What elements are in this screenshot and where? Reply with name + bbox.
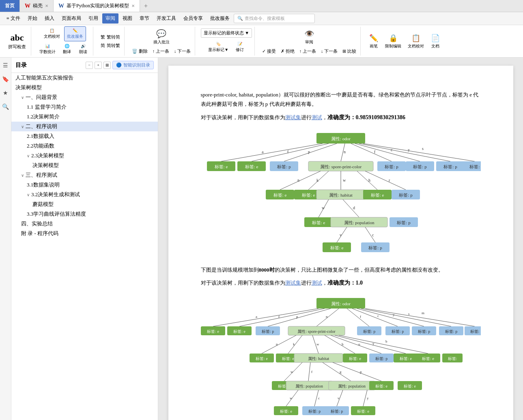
edge-label-n: n xyxy=(344,150,346,154)
ribbon: abc 拼写检查 📋 文档校对 ✏️ 批改服务 📊 字数统计 🌐 翻译 xyxy=(0,25,523,58)
toc-item-14[interactable]: 3.3学习曲线评估算法精度 xyxy=(11,209,158,219)
insert-comment-button[interactable]: 💬 插入批注 xyxy=(151,27,172,47)
svg-text:s: s xyxy=(408,312,410,316)
edge-f2 xyxy=(351,144,392,161)
svg-text:标签: e: 标签: e xyxy=(349,356,361,361)
menu-insert[interactable]: 插入 xyxy=(41,13,58,24)
svg-text:标签: p: 标签: p xyxy=(391,329,403,334)
simp-to-trad-button[interactable]: 简简转繁 xyxy=(99,42,122,49)
tab-doc[interactable]: W 基于Python实现的决策树模型 ✕ xyxy=(54,0,140,12)
toc-item-10[interactable]: ∨ 三、程序测试 xyxy=(11,170,158,180)
menu-start[interactable]: 开始 xyxy=(24,13,41,24)
accept-button[interactable]: ✓ 接受 xyxy=(260,47,278,55)
toc-item-1[interactable]: 决策树模型 xyxy=(11,83,158,92)
node-label-p3: 标签: p xyxy=(413,164,427,169)
toc-settings-btn[interactable]: ⊞ xyxy=(103,62,111,69)
toc-label: 1.2决策树简介 xyxy=(27,113,60,120)
svg-text:标签: e: 标签: e xyxy=(357,409,369,414)
toc-item-8[interactable]: ∨ 2.3决策树模型 xyxy=(11,151,158,161)
toc-item-4[interactable]: 1.2决策树简介 xyxy=(11,112,158,122)
edge-k xyxy=(308,171,329,190)
sidebar-icon-bookmark[interactable]: 🔖 xyxy=(1,75,10,84)
toc-item-15[interactable]: 四、实验总结 xyxy=(11,219,158,229)
reject-button[interactable]: ✗ 拒绝 xyxy=(279,47,296,55)
search-bar[interactable]: 🔍 查找命令、搜索模板 xyxy=(234,14,315,23)
show-markup-dropdown[interactable]: 显示标记的最终状态 ▼ xyxy=(201,28,252,38)
menu-vip[interactable]: 会员专享 xyxy=(180,13,206,24)
doc-check2-button[interactable]: 📋 文档校对 xyxy=(405,32,426,51)
new-tab-button[interactable]: + xyxy=(140,2,152,10)
svg-text:标签:: 标签: xyxy=(469,329,479,334)
svg-line-32 xyxy=(365,309,475,326)
delete-comment-button[interactable]: 🗑️ 删除 xyxy=(130,47,149,55)
menu-chapter[interactable]: 章节 xyxy=(136,13,153,24)
trad-to-simp-icon: 繁 xyxy=(101,34,105,40)
next-comment-button[interactable]: ↓ 下一条 xyxy=(172,47,192,55)
edge-l-h: h xyxy=(368,178,370,182)
tab-wps-close[interactable]: ✕ xyxy=(45,4,48,8)
tab-doc-close[interactable]: ✕ xyxy=(131,4,135,8)
toc-item-6[interactable]: 2.1数据载入 xyxy=(11,131,158,141)
node-label-p6: 标签: p xyxy=(396,220,411,225)
prev-revision-button[interactable]: ↑ 上一条 xyxy=(298,47,318,55)
toc-item-3[interactable]: 1.1 监督学习简介 xyxy=(11,102,158,112)
tab-home[interactable]: 首页 xyxy=(0,0,20,12)
svg-text:标签: e: 标签: e xyxy=(280,409,292,414)
test-link-3: 测试集 xyxy=(285,280,301,286)
decision-tree-2: 属性: odor a 标签: e f 标签: e p 标签: xyxy=(201,295,481,420)
node-label-e2: 标签: e xyxy=(244,164,258,169)
menu-correct[interactable]: 批改服务 xyxy=(207,13,233,24)
trad-to-simp-button[interactable]: 繁繁转简 xyxy=(99,33,122,41)
modify-button[interactable]: 📝 修订 xyxy=(232,40,247,54)
doc-button[interactable]: 📄 文档 xyxy=(428,32,443,51)
sidebar-icon-nav[interactable]: ☰ xyxy=(1,61,10,70)
toc-item-13[interactable]: 蘑菇模型 xyxy=(11,199,158,209)
spell-check-button[interactable]: abc 拼写检查 xyxy=(6,31,28,51)
test-link-1: 测试集 xyxy=(285,114,301,120)
accuracy-bold-2: 准确度为：1.0 xyxy=(327,280,363,286)
tab-wps-icon: W xyxy=(25,3,30,9)
menu-dev[interactable]: 开发工具 xyxy=(153,13,179,24)
smart-toc-button[interactable]: 🔵 智能识别目录 xyxy=(112,61,154,69)
review-button[interactable]: 👁️ 审阅 xyxy=(302,27,317,47)
toc-label: 四、实验总结 xyxy=(21,220,53,227)
node-label-e7: 标签: e xyxy=(329,245,343,250)
edge-n2 xyxy=(280,171,321,190)
word-count-button[interactable]: 📊 字数统计 xyxy=(37,42,58,56)
compare-button[interactable]: ⊞ 比较 xyxy=(341,47,358,55)
accuracy-text-2: 对于该决策树，用剩下的数据集作为测试集进行测试，准确度为：1.0 xyxy=(201,278,481,288)
toc-collapse-all-btn[interactable]: − xyxy=(86,62,93,69)
toc-expand-all-btn[interactable]: + xyxy=(95,62,102,69)
restrict-edit-button[interactable]: 🔒 限制编辑 xyxy=(383,32,404,51)
toc-item-0[interactable]: 人工智能第五次实验报告 xyxy=(11,73,158,83)
toc-item-7[interactable]: 2.2功能函数 xyxy=(11,141,158,151)
prev-comment-button[interactable]: ↑ 上一条 xyxy=(151,47,171,55)
ribbon-group-doctools: 📋 文档校对 ✏️ 批改服务 📊 字数统计 🌐 翻译 🔊 朗读 xyxy=(34,27,93,56)
show-markup-btn[interactable]: 🏷️ 显示标记▼ xyxy=(206,40,231,54)
doc-check-button[interactable]: 📋 文档校对 xyxy=(41,27,62,41)
tab-wps[interactable]: W 稿壳 ✕ xyxy=(20,0,54,12)
toc-item-2[interactable]: ∨ 一、问题背景 xyxy=(11,92,158,102)
sidebar-icon-star[interactable]: ★ xyxy=(1,88,10,97)
toc-item-9[interactable]: 决策树模型 xyxy=(11,161,158,170)
menu-ref[interactable]: 引用 xyxy=(85,13,101,24)
translate-button[interactable]: 🌐 翻译 xyxy=(60,42,74,56)
correct-service-button[interactable]: ✏️ 批改服务 xyxy=(64,26,86,41)
menu-file[interactable]: ≡ 文件 xyxy=(3,13,24,24)
menu-review[interactable]: 审阅 xyxy=(102,13,118,24)
toc-item-5[interactable]: ∨ 二、程序说明 xyxy=(11,122,158,131)
toc-item-16[interactable]: 附 录 - 程序代码 xyxy=(11,229,158,238)
read-aloud-button[interactable]: 🔊 朗读 xyxy=(76,42,90,56)
menu-view[interactable]: 视图 xyxy=(119,13,136,24)
next-revision-button[interactable]: ↓ 下一条 xyxy=(319,47,339,55)
ribbon-group-review-controls: 👁️ 审阅 ✓ 接受 ✗ 拒绝 ↑ 上一条 ↓ 下一条 ⊞ 比较 xyxy=(258,27,361,56)
svg-text:标签: p: 标签: p xyxy=(308,409,320,414)
toc-item-12[interactable]: ∨ 3.2决策树生成和测试 xyxy=(11,190,158,199)
svg-text:y: y xyxy=(367,396,369,400)
sidebar-icon-search[interactable]: 🔍 xyxy=(1,102,10,111)
toc-item-11[interactable]: 3.1数据集说明 xyxy=(11,180,158,190)
pen-button[interactable]: ✏️ 画笔 xyxy=(366,32,381,51)
menu-layout[interactable]: 页面布局 xyxy=(58,13,84,24)
node-label-habitat: 属性: habitat xyxy=(329,193,353,197)
svg-line-12 xyxy=(316,309,339,326)
